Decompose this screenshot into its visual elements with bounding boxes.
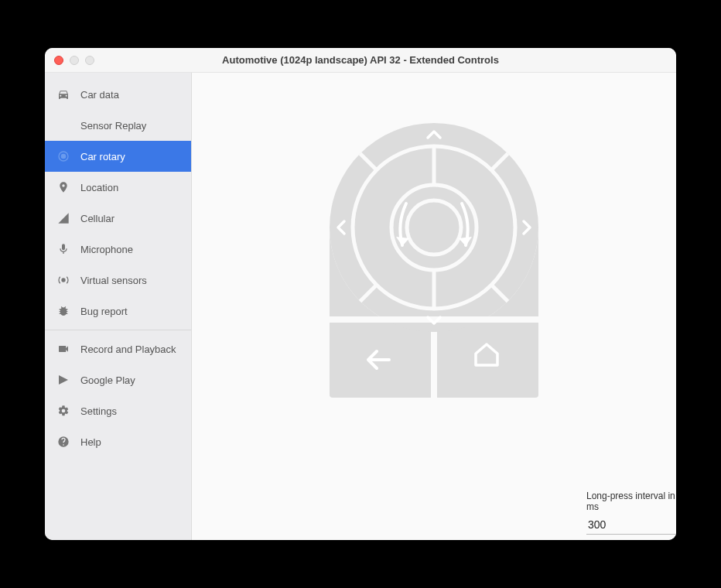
- blank-icon: [57, 119, 70, 132]
- bug-icon: [57, 305, 70, 317]
- sidebar-item-label: Location: [80, 182, 118, 193]
- sidebar-item-label: Settings: [80, 405, 117, 417]
- sidebar-item-label: Car data: [80, 89, 119, 101]
- sidebar-item-label: Car rotary: [80, 151, 125, 162]
- mic-icon: [57, 243, 70, 255]
- play-icon: [57, 374, 70, 386]
- window-title: Automotive (1024p landscape) API 32 - Ex…: [54, 54, 667, 66]
- rotary-controller-svg: [326, 119, 542, 413]
- signal-icon: [57, 212, 70, 224]
- gear-icon: [57, 405, 70, 417]
- sidebar: Car data Sensor Replay Car rotary Locati…: [45, 73, 192, 540]
- sensors-icon: [57, 274, 70, 286]
- rotary-bottom-row: [330, 323, 538, 398]
- sidebar-item-car-rotary[interactable]: Car rotary: [45, 141, 191, 172]
- sidebar-item-car-data[interactable]: Car data: [45, 79, 191, 110]
- sidebar-item-help[interactable]: Help: [45, 426, 191, 457]
- sidebar-item-label: Cellular: [80, 213, 114, 224]
- longpress-input[interactable]: [586, 515, 676, 535]
- window-zoom-button[interactable]: [85, 56, 94, 65]
- sidebar-item-record-playback[interactable]: Record and Playback: [45, 333, 191, 364]
- rotary-icon: [57, 150, 70, 162]
- sidebar-item-label: Virtual sensors: [80, 275, 147, 286]
- sidebar-separator: [45, 330, 191, 330]
- sidebar-item-label: Help: [80, 436, 101, 448]
- record-icon: [57, 343, 70, 355]
- longpress-label: Long-press interval in ms: [586, 491, 676, 512]
- sidebar-item-bug-report[interactable]: Bug report: [45, 296, 191, 326]
- sidebar-item-label: Google Play: [80, 374, 135, 386]
- sidebar-item-sensor-replay[interactable]: Sensor Replay: [45, 110, 191, 141]
- rotary-home-button[interactable]: [437, 323, 538, 398]
- sidebar-item-location[interactable]: Location: [45, 172, 191, 203]
- sidebar-item-google-play[interactable]: Google Play: [45, 364, 191, 395]
- traffic-lights: [54, 56, 94, 65]
- window: Automotive (1024p landscape) API 32 - Ex…: [45, 48, 676, 540]
- sidebar-item-label: Microphone: [80, 244, 133, 255]
- rotary-controller: [326, 119, 542, 413]
- window-close-button[interactable]: [54, 56, 63, 65]
- sidebar-item-settings[interactable]: Settings: [45, 395, 191, 426]
- sidebar-item-label: Record and Playback: [80, 344, 176, 355]
- help-icon: [57, 436, 70, 448]
- sidebar-item-label: Bug report: [80, 306, 128, 317]
- pin-icon: [57, 181, 70, 193]
- sidebar-item-cellular[interactable]: Cellular: [45, 203, 191, 234]
- rotary-center-button[interactable]: [408, 202, 460, 253]
- car-icon: [57, 88, 70, 101]
- body-row: Car data Sensor Replay Car rotary Locati…: [45, 73, 676, 540]
- window-minimize-button[interactable]: [70, 56, 79, 65]
- sidebar-item-label: Sensor Replay: [80, 120, 146, 132]
- sidebar-item-microphone[interactable]: Microphone: [45, 234, 191, 265]
- main-panel: Long-press interval in ms: [192, 73, 676, 540]
- sidebar-item-virtual-sensors[interactable]: Virtual sensors: [45, 265, 191, 296]
- titlebar: Automotive (1024p landscape) API 32 - Ex…: [45, 48, 676, 73]
- longpress-group: Long-press interval in ms: [586, 491, 676, 535]
